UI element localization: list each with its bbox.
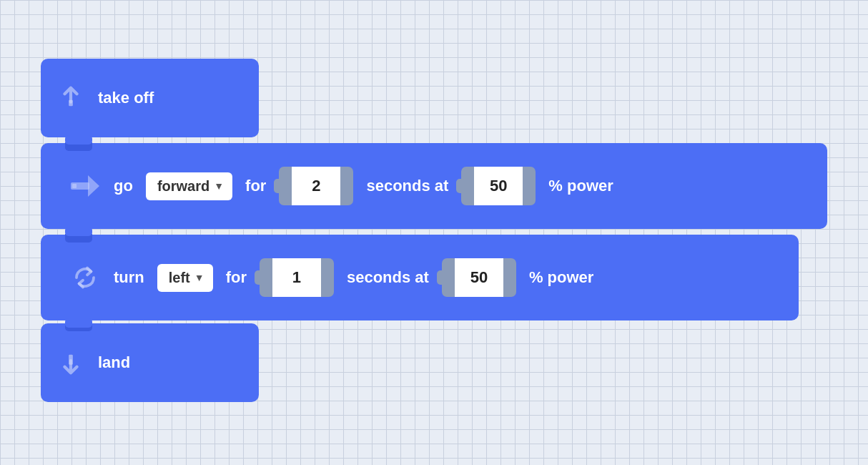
- puzzle-right2: [523, 167, 536, 205]
- direction-dropdown[interactable]: forward ▼: [146, 172, 232, 200]
- block-take-off: take off: [41, 59, 827, 137]
- puzzle-left2: [461, 167, 474, 205]
- dropdown-arrow-icon: ▼: [214, 180, 224, 192]
- turn-puzzle-left2: [442, 258, 455, 297]
- block-land: land: [41, 323, 827, 402]
- svg-rect-2: [72, 184, 77, 188]
- turn-power-label: % power: [529, 268, 593, 287]
- seconds-at-label: seconds at: [366, 177, 448, 195]
- bottom-notch-2: [65, 227, 92, 236]
- svg-rect-0: [69, 100, 73, 107]
- take-off-label: take off: [98, 89, 154, 107]
- bottom-notch-3: [65, 318, 92, 328]
- turn-direction-dropdown[interactable]: left ▼: [157, 264, 213, 292]
- puzzle-left: [279, 167, 292, 205]
- turn-puzzle-right: [321, 258, 334, 297]
- turn-seconds-at-label: seconds at: [347, 268, 429, 287]
- land-label: land: [98, 353, 130, 372]
- right-arrow-icon: [69, 170, 101, 202]
- turn-puzzle-left: [260, 258, 272, 297]
- blocks-workspace: take off go forward ▼ for: [41, 59, 827, 406]
- turn-prefix: turn: [114, 268, 144, 287]
- turn-power-input-wrapper: 50: [442, 258, 516, 297]
- turn-seconds-input-wrapper: 1: [260, 258, 334, 297]
- turn-seconds-value[interactable]: 1: [272, 258, 321, 297]
- turn-dropdown-arrow-icon: ▼: [194, 272, 204, 283]
- block-go-forward: go forward ▼ for 2 seconds at 50 % power: [41, 140, 827, 229]
- power-label: % power: [548, 177, 613, 195]
- power-input-wrapper: 50: [461, 167, 536, 205]
- turn-for-label: for: [226, 268, 247, 287]
- puzzle-right: [340, 167, 353, 205]
- go-prefix: go: [114, 177, 133, 195]
- for-label: for: [245, 177, 266, 195]
- turn-direction-value: left: [169, 270, 190, 286]
- turn-power-value[interactable]: 50: [455, 258, 503, 297]
- power-value[interactable]: 50: [474, 167, 523, 205]
- block-turn-left: turn left ▼ for 1 seconds at 50 % power: [41, 232, 827, 320]
- direction-value: forward: [157, 178, 209, 195]
- up-arrow-icon: [55, 82, 87, 114]
- seconds-input-wrapper: 2: [279, 167, 353, 205]
- bottom-notch: [65, 135, 92, 145]
- svg-marker-3: [88, 175, 99, 197]
- seconds-value[interactable]: 2: [292, 167, 340, 205]
- turn-puzzle-right2: [503, 258, 516, 297]
- rotate-icon: [69, 262, 101, 293]
- down-arrow-icon: [55, 347, 87, 378]
